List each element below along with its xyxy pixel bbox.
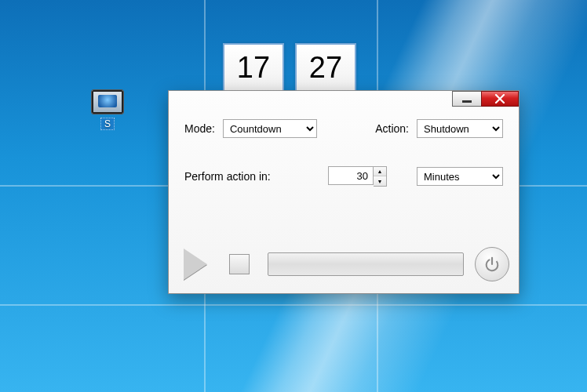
power-button[interactable] (475, 247, 509, 281)
app-window: Mode: Countdown Action: Shutdown Perform… (168, 90, 520, 294)
spin-down-button[interactable]: ▼ (374, 176, 386, 186)
minimize-button[interactable] (452, 91, 482, 107)
close-icon (494, 94, 505, 103)
stop-button[interactable] (221, 245, 258, 283)
mode-select[interactable]: Countdown (223, 119, 317, 138)
perform-label: Perform action in: (184, 170, 302, 183)
stop-icon (229, 254, 250, 274)
amount-input[interactable] (328, 166, 374, 185)
desktop-shortcut[interactable]: S (85, 89, 130, 130)
desktop-shortcut-label: S (100, 118, 115, 130)
amount-spinner[interactable]: ▲ ▼ (328, 166, 387, 187)
titlebar[interactable] (169, 91, 519, 111)
mode-label: Mode: (184, 122, 215, 135)
minimize-icon (462, 100, 472, 103)
clock-widget: 17 27 (223, 43, 356, 92)
progress-bar (268, 252, 464, 276)
spin-up-button[interactable]: ▲ (374, 167, 386, 176)
action-label: Action: (375, 122, 409, 135)
power-icon (483, 256, 501, 273)
unit-select[interactable]: Minutes (417, 167, 503, 186)
monitor-icon (91, 89, 124, 114)
play-icon (184, 249, 207, 280)
close-button[interactable] (481, 91, 519, 107)
clock-minutes: 27 (295, 43, 356, 92)
clock-hours: 17 (223, 43, 284, 92)
action-select[interactable]: Shutdown (417, 119, 503, 138)
play-button[interactable] (177, 245, 214, 283)
